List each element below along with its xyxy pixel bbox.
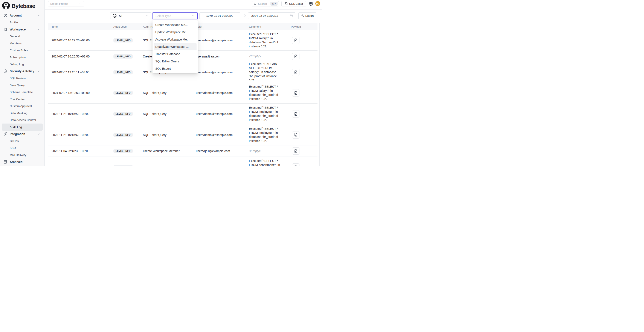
sql-editor-button[interactable]: SQL Editor [282, 1, 306, 6]
cell-actor: users/demo@example.com [196, 91, 249, 95]
sidebar-group-label: Archived [10, 160, 22, 164]
sidebar-group-label: Account [10, 14, 22, 17]
cell-time: 2024-02-07 16:25:56 +08:00 [48, 55, 114, 58]
building-icon [4, 27, 7, 31]
chevron-down-icon [79, 2, 82, 5]
sidebar-item-label: Slow Query [10, 84, 25, 87]
sidebar-item-custom-approval[interactable]: Custom Approval [2, 103, 43, 110]
audit-level-badge: LEVEL_INFO [114, 133, 133, 137]
menu-item-deactivate-workspace[interactable]: Deactivate Workspace ... [154, 43, 196, 50]
sidebar-item-profile[interactable]: Profile [2, 19, 43, 26]
payload-view-button[interactable] [292, 53, 300, 60]
column-header-comment: Comment [249, 25, 288, 28]
sidebar-item-custom-roles[interactable]: Custom Roles [2, 47, 43, 54]
menu-item-activate-workspace-me[interactable]: Activate Workspace Me... [154, 36, 196, 43]
sidebar-item-slow-query[interactable]: Slow Query [2, 82, 43, 89]
avatar[interactable]: DE [315, 1, 320, 6]
audit-level-badge: LEVEL_INFO [114, 54, 133, 59]
payload-view-button[interactable] [292, 89, 300, 97]
sidebar-item-label: Debug Log [10, 63, 24, 66]
menu-item-sql-editor-query[interactable]: SQL Editor Query [154, 58, 196, 65]
audit-level-badge: LEVEL_INFO [114, 149, 133, 153]
type-dropdown-menu: Create Workspace Me...Update Workspace M… [152, 20, 198, 73]
sidebar-item-data-masking[interactable]: Data Masking [2, 110, 43, 117]
cell-payload [288, 164, 318, 166]
archive-icon [4, 160, 7, 164]
sidebar-item-label: SSO [10, 146, 16, 150]
main-topbar: Select Project Search ⌘ K SQL Editor DE [45, 0, 322, 10]
sidebar-item-debug-log[interactable]: Debug Log [2, 61, 43, 68]
search-input[interactable]: Search ⌘ K [252, 1, 279, 6]
date-to-input[interactable]: 2024-02-07 18:09:13 [248, 12, 295, 19]
cell-payload [288, 37, 318, 44]
sidebar-item-sql-review[interactable]: SQL Review [2, 75, 43, 82]
brand-logo[interactable]: Bytebase [0, 0, 44, 10]
sidebar-item-members[interactable]: Members [2, 40, 43, 47]
project-selector[interactable]: Select Project [48, 1, 84, 6]
sidebar-item-workspace[interactable]: Workspace [2, 26, 43, 33]
cell-audit-type: SQL Editor Query [143, 165, 196, 166]
sidebar-item-gitops[interactable]: GitOps [2, 138, 43, 145]
menu-item-update-workspace-me[interactable]: Update Workspace Me... [154, 28, 196, 36]
sidebar-item-audit-log[interactable]: Audit Log [2, 124, 43, 131]
cell-audit-level: LEVEL_INFO [114, 165, 143, 166]
payload-view-button[interactable] [292, 131, 300, 139]
audit-level-badge: LEVEL_INFO [114, 91, 133, 95]
date-to-value: 2024-02-07 18:09:13 [251, 14, 290, 17]
table-row: 2024-02-07 13:19:53 +08:00LEVEL_INFOSQL … [48, 82, 318, 104]
sidebar-item-mail-delivery[interactable]: Mail Delivery [2, 152, 43, 159]
sidebar-item-sso[interactable]: SSO [2, 145, 43, 152]
menu-item-create-workspace-me[interactable]: Create Workspace Me... [154, 21, 196, 28]
payload-view-button[interactable] [292, 69, 300, 76]
cell-payload [288, 110, 318, 118]
sidebar-item-schema-template[interactable]: Schema Template [2, 89, 43, 96]
sidebar-item-data-access-control[interactable]: Data Access Control [2, 117, 43, 124]
cell-audit-level: LEVEL_INFO [114, 133, 143, 137]
sidebar-item-integration[interactable]: Integration [2, 131, 43, 138]
cell-audit-type: SQL Editor Query [143, 133, 196, 137]
date-from-input[interactable]: 1970-01-01 08:00:00 [199, 12, 240, 19]
cell-time: 2023-11-04 01:06:24 +08:00 [48, 165, 114, 166]
gear-icon[interactable] [309, 1, 313, 6]
audit-level-badge: LEVEL_INFO [114, 38, 133, 42]
download-icon [301, 14, 304, 17]
column-header-actor: Actor [196, 25, 249, 28]
sidebar-item-security-policy[interactable]: Security & Policy [2, 68, 43, 75]
shield-check-icon [4, 69, 7, 73]
cell-comment: Executed `"SELECT * FROM salary;"` in da… [249, 32, 288, 48]
audit-level-badge: LEVEL_INFO [114, 70, 133, 74]
user-circle-icon [112, 14, 117, 18]
cell-time: 2023-11-04 22:48:30 +08:00 [48, 149, 114, 153]
sidebar-item-label: Data Masking [10, 112, 28, 115]
sidebar-item-general[interactable]: General [2, 33, 43, 40]
cell-comment: Executed `"SELECT * FROM employee;"` in … [249, 127, 288, 143]
payload-view-button[interactable] [292, 147, 300, 155]
bytebase-app: Bytebase AccountProfileWorkspaceGeneralM… [0, 0, 322, 166]
sidebar-item-label: Mail Delivery [10, 153, 26, 157]
file-search-icon [294, 133, 298, 137]
user-circle-icon [4, 13, 7, 17]
payload-view-button[interactable] [292, 110, 300, 118]
table-row: 2023-11-21 15:45:43 +08:00LEVEL_INFOSQL … [48, 124, 318, 146]
sidebar-item-subscription[interactable]: Subscription [2, 54, 43, 61]
link-icon [4, 132, 7, 136]
table-row: 2023-11-21 15:45:53 +08:00LEVEL_INFOSQL … [48, 104, 318, 124]
export-button[interactable]: Export [298, 12, 316, 19]
table-row: 2023-11-04 22:48:30 +08:00LEVEL_INFOCrea… [48, 146, 318, 157]
menu-item-sql-export[interactable]: SQL Export [154, 65, 196, 72]
payload-view-button[interactable] [292, 164, 300, 166]
sidebar-item-account[interactable]: Account [2, 12, 43, 19]
type-filter-select[interactable]: Select Type [152, 12, 198, 19]
payload-view-button[interactable] [292, 37, 300, 44]
cell-time: 2024-02-07 13:20:11 +08:00 [48, 71, 114, 74]
cell-comment: Executed `"SELECT * FROM employee;"` in … [249, 106, 288, 122]
sidebar-item-risk-center[interactable]: Risk Center [2, 96, 43, 103]
sidebar-item-archived[interactable]: Archived [2, 159, 43, 166]
cell-time: 2024-02-07 13:19:53 +08:00 [48, 91, 114, 95]
cell-audit-level: LEVEL_INFO [114, 70, 143, 74]
member-filter-select[interactable]: All [110, 12, 151, 19]
terminal-icon [284, 2, 288, 5]
audit-level-badge: LEVEL_INFO [114, 165, 133, 166]
sidebar-item-label: General [10, 35, 20, 38]
menu-item-transfer-database[interactable]: Transfer Database [154, 50, 196, 58]
